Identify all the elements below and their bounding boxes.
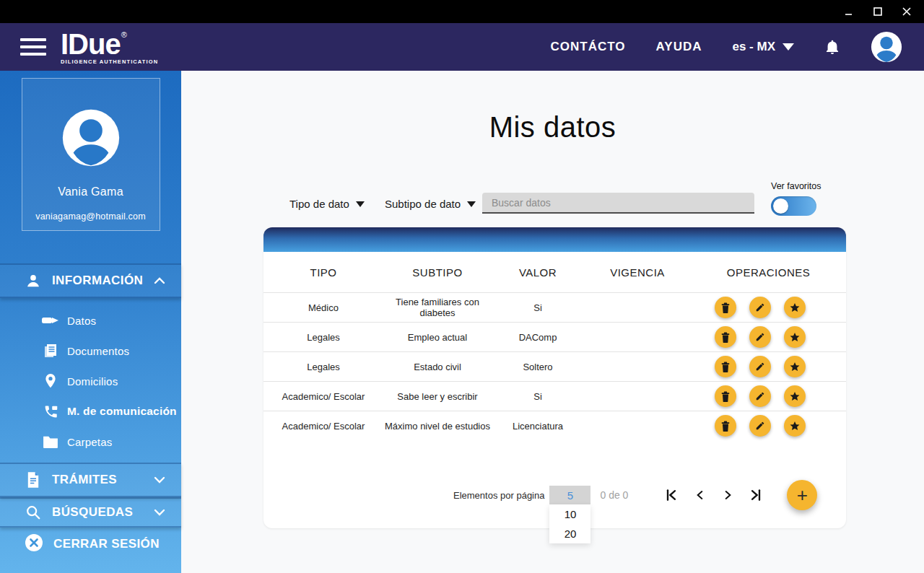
- next-page-icon[interactable]: [720, 487, 736, 503]
- document-icon: [25, 472, 42, 488]
- search-input[interactable]: [482, 193, 754, 214]
- page-size-options: 10 20: [549, 504, 590, 543]
- delete-button[interactable]: [715, 297, 736, 318]
- folder-icon: [42, 435, 59, 448]
- table-row: Médico Tiene familiares con diabetes Si: [263, 292, 846, 322]
- favorite-button[interactable]: [784, 326, 806, 348]
- sidebar-item-documentos[interactable]: Documentos: [0, 336, 181, 366]
- search-icon: [25, 504, 42, 520]
- profile-name: Vania Gama: [58, 185, 123, 198]
- sidebar: Vania Gama vaniagamag@hotmail.com INFORM…: [0, 71, 181, 573]
- delete-button[interactable]: [715, 415, 736, 437]
- page-size-select[interactable]: 5 10 20: [549, 486, 590, 504]
- maximize-icon[interactable]: [872, 6, 884, 17]
- sidebar-item-domicilios[interactable]: Domicilios: [0, 366, 181, 396]
- location-pin-icon: [42, 373, 59, 389]
- chevron-down-icon: [783, 43, 794, 51]
- logo-subtitle: DILIGENCE AUTHENTICATION: [61, 59, 158, 65]
- app-logo: IDue ® DILIGENCE AUTHENTICATION: [61, 30, 158, 65]
- section-label: TRÁMITES: [52, 473, 117, 487]
- delete-button[interactable]: [715, 385, 736, 407]
- page-size-option-20[interactable]: 20: [549, 524, 590, 543]
- toggle-knob: [773, 198, 788, 214]
- chevron-down-icon: [154, 508, 165, 517]
- delete-button[interactable]: [715, 356, 736, 377]
- phone-icon: [42, 404, 59, 419]
- sidebar-item-m-de-comunicacion[interactable]: M. de comunicación: [0, 396, 181, 427]
- favorite-button[interactable]: [784, 297, 806, 318]
- data-table-card: TIPO SUBTIPO VALOR VIGENCIA OPERACIONES …: [263, 227, 846, 528]
- profile-card: Vania Gama vaniagamag@hotmail.com: [22, 78, 160, 231]
- sidebar-item-datos[interactable]: Datos: [0, 305, 181, 336]
- edit-button[interactable]: [749, 385, 771, 407]
- chevron-down-icon: [356, 201, 365, 207]
- section-label: INFORMACIÓN: [52, 274, 143, 288]
- edit-button[interactable]: [749, 297, 771, 318]
- pen-icon: [42, 315, 59, 326]
- column-header-valor: VALOR: [492, 266, 584, 279]
- nav-ayuda[interactable]: AYUDA: [656, 40, 702, 54]
- language-value: es - MX: [732, 40, 775, 54]
- previous-page-icon[interactable]: [692, 487, 707, 503]
- favorite-button[interactable]: [784, 385, 806, 407]
- section-label: BÚSQUEDAS: [52, 505, 133, 520]
- edit-button[interactable]: [749, 415, 771, 437]
- page-range-label: 0 de 0: [600, 489, 628, 501]
- sidebar-section-busquedas[interactable]: BÚSQUEDAS: [0, 497, 181, 528]
- informacion-submenu: Datos Documentos Domicilios M. de comuni…: [0, 298, 181, 463]
- close-circle-icon: [25, 533, 43, 555]
- chevron-down-icon: [467, 201, 476, 207]
- pagination-bar: Elementos por página 5 10 20 0 de 0: [263, 462, 846, 528]
- column-header-operaciones: OPERACIONES: [691, 266, 846, 279]
- subtipo-de-dato-dropdown[interactable]: Subtipo de dato: [385, 198, 476, 210]
- main-content: Mis datos Tipo de dato Subtipo de dato V…: [181, 71, 924, 573]
- minimize-icon[interactable]: [843, 6, 855, 17]
- table-row: Academico/ Escolar Máximo nivel de estud…: [263, 411, 846, 440]
- column-header-tipo: TIPO: [263, 266, 383, 279]
- chevron-up-icon: [154, 276, 165, 285]
- favorites-toggle[interactable]: [771, 196, 816, 216]
- profile-email: vaniagamag@hotmail.com: [35, 211, 146, 222]
- delete-button[interactable]: [715, 326, 736, 348]
- window-titlebar: [0, 0, 924, 23]
- table-header-row: TIPO SUBTIPO VALOR VIGENCIA OPERACIONES: [263, 252, 846, 292]
- edit-button[interactable]: [749, 356, 771, 377]
- chevron-down-icon: [154, 476, 165, 484]
- filter-bar: Tipo de dato Subtipo de dato Ver favorit…: [263, 178, 846, 219]
- app-header: IDue ® DILIGENCE AUTHENTICATION CONTÁCTO…: [0, 23, 924, 71]
- sidebar-section-informacion[interactable]: INFORMACIÓN: [0, 263, 181, 298]
- table-row: Academico/ Escolar Sabe leer y escribir …: [263, 381, 846, 411]
- add-data-button[interactable]: +: [787, 480, 817, 510]
- last-page-icon[interactable]: [748, 487, 764, 503]
- items-per-page-label: Elementos por página: [453, 490, 544, 501]
- documents-icon: [42, 343, 59, 359]
- column-header-subtipo: SUBTIPO: [383, 266, 492, 279]
- logo-registered-mark: ®: [121, 31, 127, 39]
- column-header-vigencia: VIGENCIA: [584, 266, 691, 279]
- logout-label: CERRAR SESIÓN: [53, 537, 160, 551]
- sidebar-section-tramites[interactable]: TRÁMITES: [0, 463, 181, 497]
- logo-title: IDue: [61, 30, 121, 58]
- edit-button[interactable]: [749, 326, 771, 348]
- page-title: Mis datos: [181, 111, 924, 144]
- table-row: Legales Empleo actual DAComp: [263, 322, 846, 351]
- close-icon[interactable]: [901, 6, 912, 17]
- user-avatar[interactable]: [871, 31, 902, 63]
- person-icon: [25, 273, 42, 289]
- page-size-option-10[interactable]: 10: [549, 504, 590, 524]
- table-row: Legales Estado civil Soltero: [263, 351, 846, 381]
- favorite-button[interactable]: [784, 356, 806, 377]
- nav-contacto[interactable]: CONTÁCTO: [551, 40, 626, 54]
- notifications-bell-icon[interactable]: [824, 38, 840, 56]
- sidebar-item-carpetas[interactable]: Carpetas: [0, 427, 181, 457]
- logout-button[interactable]: CERRAR SESIÓN: [0, 528, 181, 561]
- table-gradient-header: [263, 227, 846, 252]
- language-selector[interactable]: es - MX: [732, 40, 794, 54]
- tipo-de-dato-dropdown[interactable]: Tipo de dato: [289, 198, 365, 210]
- favorite-button[interactable]: [784, 415, 806, 437]
- first-page-icon[interactable]: [663, 487, 679, 503]
- profile-avatar: [62, 109, 120, 167]
- hamburger-menu-icon[interactable]: [20, 38, 46, 56]
- favorites-toggle-label: Ver favoritos: [771, 181, 821, 191]
